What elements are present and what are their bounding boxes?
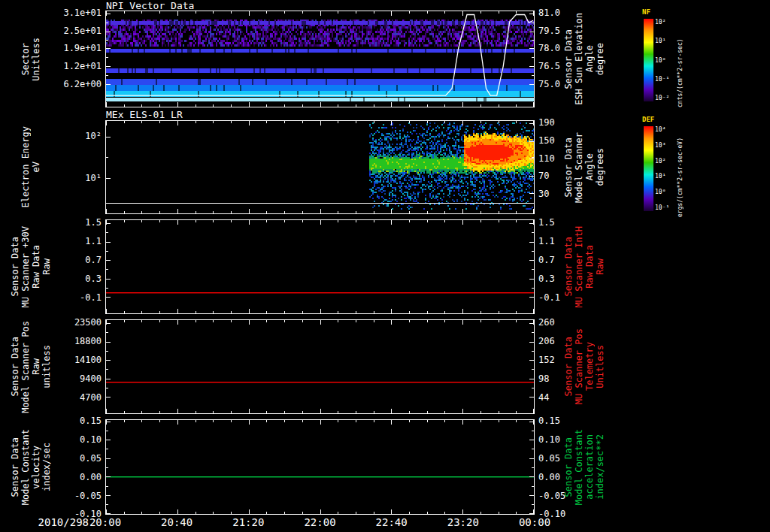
- y-axis-label-left-line: eV: [31, 162, 41, 172]
- y-axis-label-right-line: Sensor Data: [563, 29, 574, 89]
- y-axis-label-right-line: Raw Data: [584, 245, 595, 289]
- model-constant-canvas: [106, 420, 534, 514]
- colorbar-def: [644, 126, 653, 211]
- x-tick-label: 20:00: [75, 517, 135, 528]
- y-axis-label-right-line: Sensor Data: [563, 437, 574, 497]
- y-axis-label-left-line: Sector: [20, 43, 31, 75]
- y-axis-label-right: Sensor DataModel Constantaccelerationind…: [559, 419, 609, 515]
- scanner-pos-canvas: [106, 320, 534, 413]
- panel-npi-title: NPI Vector Data: [106, 1, 194, 11]
- y-axis-label-left: Sensor DataMU Scanner +30VRaw DataRaw: [6, 219, 56, 314]
- y-axis-label-left-line: velocity: [31, 446, 41, 489]
- y-axis-label-left-line: Raw: [31, 358, 41, 375]
- y-axis-label-right: Sensor DataMU Scanner PosTelemetryUnitle…: [559, 319, 609, 414]
- y-axis-label-right-line: ESH Sun Elevation: [574, 13, 584, 105]
- y-axis-label-right: Sensor DataMU Scanner IntHRaw DataRaw: [559, 219, 609, 314]
- y-axis-label-right-line: Sensor Data: [563, 138, 574, 197]
- colorbar-tick-label: 10¹: [655, 38, 665, 44]
- panel-els-title: MEx ELS-01 LR: [106, 110, 183, 119]
- y-axis-label-right-line: MU Scanner IntH: [574, 226, 584, 307]
- colorbar-tick-label: 10⁰: [655, 57, 665, 64]
- y-axis-label-left: SectorUnitless: [6, 11, 56, 107]
- y-axis-label-right-line: Telemetry: [584, 342, 595, 391]
- y-axis-label-right-line: degrees: [595, 148, 605, 186]
- model-constant-panel: [105, 419, 535, 515]
- colorbar-units: cnts/(cm**2-sr-sec): [677, 16, 684, 107]
- y-axis-label-right-line: Unitless: [595, 345, 605, 388]
- y-axis-label-left-line: Model Scanner Pos: [20, 321, 31, 413]
- colorbar-tick-label: 10²: [655, 19, 665, 26]
- colorbar-title: DEF: [641, 116, 655, 124]
- y-axis-label-right-line: Sensor Data: [563, 237, 574, 296]
- colorbar-tick-label: 10⁻¹: [655, 76, 669, 83]
- y-axis-label-left-line: MU Scanner +30V: [20, 226, 31, 307]
- spacecraft-data-plot: NPI Vector Data MEx ELS-01 LR 3.1e+012.5…: [0, 0, 770, 532]
- els-spectrogram-canvas: [106, 121, 534, 213]
- colorbar-tick-label: 10³: [655, 142, 665, 149]
- y-axis-label-right-line: Model Constant: [574, 429, 584, 505]
- npi-spectrogram-canvas: [106, 11, 534, 107]
- y-axis-label-left-line: Sensor Data: [10, 337, 20, 396]
- y-axis-label-left-line: Sensor Data: [10, 237, 20, 296]
- els-spectrogram-panel: [105, 120, 535, 214]
- colorbar-units: ergs/(cm**2-sr-sec-eV): [677, 123, 684, 217]
- y-axis-label-left-line: Sensor Data: [10, 437, 20, 497]
- colorbar-tick-label: 10²: [655, 158, 665, 165]
- y-axis-label-right: Sensor DataModel ScannerAngledegrees: [559, 120, 609, 214]
- y-axis-label-right-line: degree: [595, 43, 605, 75]
- x-tick-label: 21:20: [218, 517, 278, 528]
- y-axis-label-left: Electron EnergyeV: [6, 120, 56, 214]
- colorbar-tick-label: 10⁻²: [655, 95, 669, 101]
- colorbar-nf: [644, 19, 653, 101]
- y-axis-label-left-line: Unitless: [31, 38, 41, 81]
- y-axis-label-right-line: Angle: [584, 153, 595, 180]
- colorbar-tick-label: 10⁻¹: [655, 204, 669, 211]
- y-axis-label-right-line: Sensor Data: [563, 337, 574, 396]
- y-axis-label-right-line: Angle: [584, 45, 595, 72]
- x-tick-label: 22:40: [362, 517, 422, 528]
- y-axis-label-right-line: MU Scanner Pos: [574, 328, 584, 404]
- y-axis-label-left-line: unitless: [41, 345, 52, 388]
- colorbar-tick-label: 10¹: [655, 173, 665, 180]
- mu-scanner-raw-canvas: [106, 220, 534, 313]
- y-axis-label-left: Sensor DataModel Scanner PosRawunitless: [6, 319, 56, 414]
- colorbar-title: NF: [641, 8, 651, 17]
- y-axis-label-right-line: Raw: [595, 258, 605, 275]
- npi-spectrogram-panel: [105, 11, 535, 107]
- y-axis-label-left-line: index/sec: [41, 443, 52, 491]
- colorbar-tick-label: 10⁴: [655, 126, 665, 133]
- y-axis-label-right-line: Model Scanner: [574, 132, 584, 203]
- y-axis-label-left-line: Raw Data: [31, 245, 41, 289]
- x-tick-label: 23:20: [433, 517, 493, 528]
- x-tick-label: 20:40: [147, 517, 207, 528]
- y-axis-label-right-line: index/sec**2: [595, 434, 605, 500]
- mu-scanner-raw-panel: [105, 219, 535, 314]
- y-axis-label-right-line: acceleration: [584, 434, 595, 500]
- y-axis-label-left-line: Electron Energy: [20, 126, 31, 207]
- colorbar-tick-label: 10⁰: [655, 189, 665, 195]
- y-axis-label-left-line: Model Constant: [20, 429, 31, 505]
- scanner-pos-panel: [105, 319, 535, 414]
- x-tick-label: 00:00: [505, 517, 565, 528]
- y-axis-label-right: Sensor DataESH Sun ElevationAngledegree: [559, 11, 609, 107]
- y-axis-label-left-line: Raw: [41, 258, 52, 275]
- x-tick-label: 22:00: [290, 517, 350, 528]
- y-axis-label-left: Sensor DataModel Constantvelocityindex/s…: [6, 419, 56, 515]
